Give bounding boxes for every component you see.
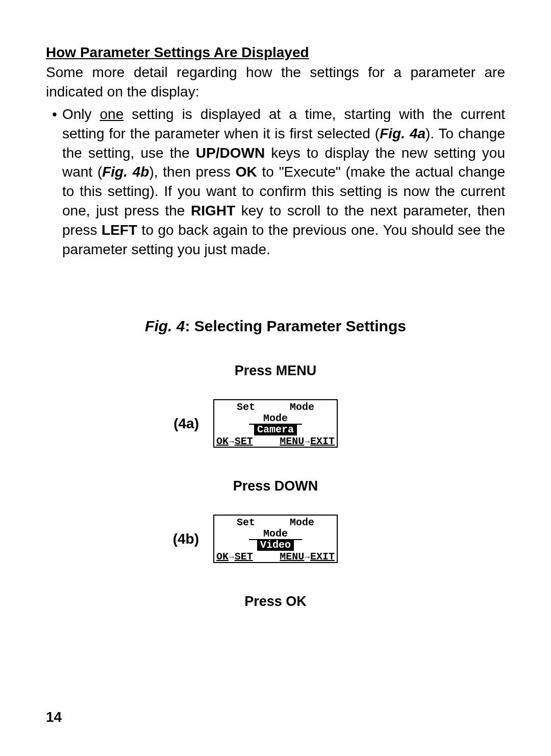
key-name: OK <box>236 164 257 180</box>
figure-prefix: Fig. 4 <box>145 318 185 334</box>
lcd-screen-4b: Set Mode Mode Video OK→SET MENU→EXIT <box>213 515 338 563</box>
arrow-right-icon: → <box>304 553 310 562</box>
step-press-menu: Press MENU <box>46 363 505 379</box>
figure-rest: : Selecting Parameter Settings <box>185 318 406 334</box>
lcd-label-4b: (4b) <box>168 531 199 547</box>
underlined-word: one <box>100 106 124 122</box>
key-name: RIGHT <box>191 203 235 218</box>
lcd-text: Mode <box>290 518 314 528</box>
step-press-ok: Press OK <box>46 594 505 609</box>
lcd-label-4a: (4a) <box>168 416 199 432</box>
arrow-right-icon: → <box>229 553 235 562</box>
figure-title: Fig. 4: Selecting Parameter Settings <box>46 318 505 335</box>
arrow-right-icon: → <box>229 438 235 446</box>
bullet-marker: • <box>52 105 57 124</box>
lcd-text: Set <box>237 518 255 528</box>
section-heading: How Parameter Settings Are Displayed <box>46 43 505 62</box>
lcd-screen-4a: Set Mode Mode Camera OK→SET MENU→EXIT <box>213 399 338 448</box>
bullet-item: • Only one setting is displayed at a tim… <box>46 105 505 259</box>
lcd-menu-exit: MENU→EXIT <box>280 436 335 447</box>
key-name: UP/DOWN <box>196 145 265 161</box>
step-press-down: Press DOWN <box>46 478 505 494</box>
lcd-row-4a: (4a) Set Mode Mode Camera OK→SET MENU→EX… <box>46 399 505 448</box>
key-name: LEFT <box>102 222 137 238</box>
page-number: 14 <box>46 709 62 725</box>
text: Only <box>62 106 100 122</box>
lcd-menu-exit: MENU→EXIT <box>280 552 335 562</box>
lcd-ok-set: OK→SET <box>216 436 253 447</box>
lcd-text: Mode <box>249 529 302 540</box>
lcd-selected-value: Video <box>257 540 294 551</box>
lcd-row-4b: (4b) Set Mode Mode Video OK→SET MENU→EXI… <box>46 515 505 563</box>
fig-ref: Fig. 4a <box>380 126 425 141</box>
lcd-text: Mode <box>249 413 302 425</box>
lcd-selected-value: Camera <box>254 424 297 435</box>
intro-text: Some more detail regarding how the setti… <box>46 63 505 102</box>
fig-ref: Fig. 4b <box>102 164 149 180</box>
text: ), then press <box>149 164 235 180</box>
lcd-ok-set: OK→SET <box>216 552 253 562</box>
arrow-right-icon: → <box>304 438 310 446</box>
bullet-text: Only one setting is displayed at a time,… <box>62 105 505 259</box>
lcd-text: Set <box>237 402 255 412</box>
lcd-text: Mode <box>290 402 314 412</box>
